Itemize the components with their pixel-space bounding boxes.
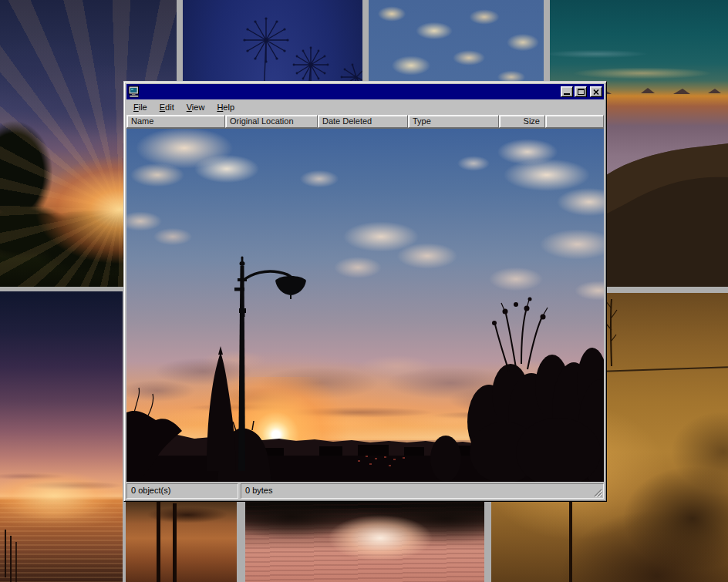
minimize-button[interactable] bbox=[561, 86, 573, 97]
menu-item-help[interactable]: Help bbox=[211, 101, 241, 114]
menu-bar: File Edit View Help bbox=[126, 100, 604, 115]
minimize-icon bbox=[564, 93, 570, 95]
title-bar[interactable] bbox=[126, 84, 604, 99]
column-header-filler bbox=[545, 115, 604, 128]
menu-item-edit[interactable]: Edit bbox=[153, 101, 180, 114]
wallpaper-lake-dusk-photo bbox=[0, 291, 123, 582]
column-header-size[interactable]: Size bbox=[499, 115, 545, 128]
status-bar: 0 object(s) 0 bytes bbox=[126, 483, 604, 499]
close-icon bbox=[593, 89, 599, 95]
maximize-button[interactable] bbox=[575, 86, 587, 97]
status-object-count: 0 object(s) bbox=[126, 483, 238, 499]
maximize-icon bbox=[578, 89, 585, 95]
column-header-row: Name Original Location Date Deleted Type… bbox=[126, 115, 604, 128]
column-header-name[interactable]: Name bbox=[126, 115, 225, 128]
desktop: { "window": { "title": "", "menu": [ {"k… bbox=[0, 0, 728, 582]
lake-water bbox=[0, 498, 123, 582]
thin-pole bbox=[569, 500, 572, 582]
resize-grip[interactable] bbox=[592, 487, 602, 497]
status-total-size: 0 bytes bbox=[241, 483, 604, 499]
column-header-type[interactable]: Type bbox=[408, 115, 499, 128]
close-button[interactable] bbox=[590, 86, 602, 97]
lake-sticks bbox=[5, 530, 6, 577]
file-list-viewport[interactable] bbox=[126, 128, 604, 482]
sunset-photo-silhouettes bbox=[126, 129, 604, 482]
menu-item-view[interactable]: View bbox=[180, 101, 211, 114]
recycle-bin-window: File Edit View Help Name Original Locati… bbox=[123, 81, 607, 502]
column-header-date-deleted[interactable]: Date Deleted bbox=[318, 115, 408, 128]
menu-item-file[interactable]: File bbox=[127, 101, 153, 114]
my-computer-icon[interactable] bbox=[128, 86, 140, 98]
water-pole bbox=[157, 501, 160, 582]
column-header-original-location[interactable]: Original Location bbox=[225, 115, 318, 128]
